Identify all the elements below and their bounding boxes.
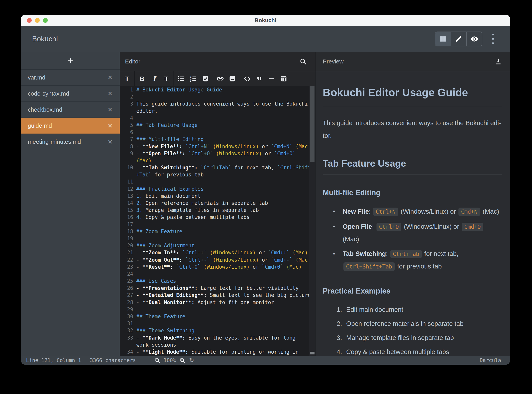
shortcut-list: New File: Ctrl+N (Windows/Linux) or Cmd+… <box>323 205 502 273</box>
file-list: var.md✕code-syntax.md✕checkbox.md✕guide.… <box>21 69 120 150</box>
window-controls <box>27 15 48 26</box>
line-number <box>120 157 136 164</box>
zoom-window-button[interactable] <box>43 18 48 23</box>
editor-toolbar: TBIT123 <box>120 71 315 86</box>
image-button[interactable] <box>226 73 238 85</box>
zoom-in-button[interactable] <box>179 357 186 364</box>
line-number: 10 <box>120 164 136 171</box>
code-button[interactable] <box>241 73 253 85</box>
code-icon <box>243 75 251 83</box>
preview-view-button[interactable] <box>466 32 482 46</box>
close-window-button[interactable] <box>27 18 32 23</box>
zoom-out-button[interactable] <box>154 357 161 364</box>
editor-textarea[interactable]: 1# Bokuchi Editor Usage Guide23This guid… <box>120 86 315 356</box>
code-line: 2 <box>120 93 309 100</box>
line-number: 1 <box>120 86 136 93</box>
table-button[interactable] <box>278 73 290 85</box>
quote-button[interactable] <box>253 73 265 85</box>
sidebar: + var.md✕code-syntax.md✕checkbox.md✕guid… <box>21 52 120 356</box>
file-tab[interactable]: guide.md✕ <box>21 118 120 134</box>
example-item: Manage template files in separate tab <box>344 331 502 345</box>
example-item: Edit main document <box>344 303 502 317</box>
preview-pane-header: Preview <box>315 52 510 71</box>
line-text: editor. <box>136 108 158 114</box>
file-name: checkbox.md <box>28 106 107 113</box>
link-button[interactable] <box>214 73 226 85</box>
line-text: - **Presentations**: Large text for bett… <box>136 285 299 292</box>
horizontal-rule-icon <box>268 75 275 83</box>
image-icon <box>229 75 236 83</box>
checkbox-button[interactable] <box>199 73 211 85</box>
code-line: 12### Practical Examples <box>120 186 309 192</box>
zoom-out-icon <box>154 357 161 364</box>
bold-button[interactable]: B <box>136 73 148 85</box>
line-number: 34 <box>120 348 136 355</box>
zoom-level: 100% <box>164 357 176 363</box>
close-file-button[interactable]: ✕ <box>107 74 113 81</box>
preview-pane: Preview Bokuchi Editor Usage Guide This … <box>315 52 510 356</box>
code-line: 30## Theme Feature <box>120 313 309 320</box>
file-name: guide.md <box>28 122 107 129</box>
preview-pane-title: Preview <box>323 58 344 65</box>
line-number: 8 <box>120 143 136 150</box>
editor-view-button[interactable] <box>451 32 466 46</box>
code-line: 28- **Dual Monitor**: Adjust to fit one … <box>120 299 309 306</box>
more-menu-button[interactable] <box>487 32 498 46</box>
line-text: - **Detailed Editing**: Small text to se… <box>136 292 311 299</box>
close-file-button[interactable]: ✕ <box>107 90 113 97</box>
zoom-reset-button[interactable]: ↻ <box>189 357 194 363</box>
keyboard-shortcut-chip: Ctrl+N <box>373 207 398 216</box>
minimize-window-button[interactable] <box>35 18 40 23</box>
code-line: 131. Edit main document <box>120 192 309 200</box>
code-line: 10- **Tab Switching**: `Ctrl+Tab` for ne… <box>120 164 309 171</box>
file-tab[interactable]: checkbox.md✕ <box>21 101 120 118</box>
code-line: 5## Tab Feature Usage <box>120 122 309 129</box>
toolbar-group <box>213 71 240 86</box>
italic-button[interactable]: I <box>148 73 160 85</box>
download-icon <box>495 58 502 65</box>
file-tab[interactable]: var.md✕ <box>21 69 120 85</box>
bold-icon: B <box>140 75 145 82</box>
code-line: 33- **Dark Mode**: Easy on the eyes, sui… <box>120 334 309 341</box>
code-line: 29 <box>120 306 309 313</box>
svg-text:3: 3 <box>190 79 191 82</box>
keyboard-shortcut-chip: Ctrl+Tab <box>390 250 422 258</box>
split-view-button[interactable] <box>435 32 451 46</box>
cursor-position: Line 121, Column 1 <box>26 357 81 363</box>
file-name: var.md <box>28 74 107 81</box>
strikethrough-button[interactable]: T <box>160 73 172 85</box>
line-number: 3 <box>120 100 136 107</box>
editor-scrollbar-thumb[interactable] <box>310 86 314 162</box>
shortcut-item: Tab Switching: Ctrl+Tab for next tab, Ct… <box>333 248 502 273</box>
heading-icon: T <box>125 75 129 82</box>
editor-scrollbar-corner <box>310 352 314 354</box>
heading-button[interactable]: T <box>121 73 133 85</box>
code-line: 26- **Presentations**: Large text for be… <box>120 285 309 292</box>
close-file-button[interactable]: ✕ <box>107 106 113 113</box>
horizontal-rule-button[interactable] <box>265 73 278 85</box>
example-item: Open reference materials in separate tab <box>344 317 502 331</box>
link-icon <box>216 75 224 83</box>
code-line: 27- **Detailed Editing**: Small text to … <box>120 292 309 299</box>
editor-scrollbar[interactable] <box>309 86 315 356</box>
file-tab[interactable]: code-syntax.md✕ <box>21 85 120 101</box>
line-number: 20 <box>120 242 136 249</box>
code-line: 34- **Light Mode**: Suitable for printin… <box>120 348 309 355</box>
search-button[interactable] <box>299 58 307 65</box>
line-number: 25 <box>120 277 136 285</box>
preview-paragraph: This guide introduces convenient ways to… <box>323 117 502 142</box>
line-text: - **Light Mode**: Suitable for printing … <box>136 348 299 355</box>
line-text: 4. Copy & paste between multiple tabs <box>136 214 250 221</box>
close-file-button[interactable]: ✕ <box>107 122 113 130</box>
bullet-list-button[interactable] <box>175 73 187 85</box>
file-tab[interactable]: meeting-minutes.md✕ <box>21 134 120 150</box>
line-number: 23 <box>120 263 136 270</box>
numbered-list-button[interactable]: 123 <box>187 73 199 85</box>
code-line: 9- **Open File**: `Ctrl+O` (Windows/Linu… <box>120 150 309 157</box>
line-number: 22 <box>120 256 136 263</box>
eye-icon <box>470 35 479 43</box>
examples-list: Edit main documentOpen reference materia… <box>323 303 502 356</box>
add-file-button[interactable]: + <box>68 56 73 65</box>
close-file-button[interactable]: ✕ <box>107 138 113 145</box>
export-button[interactable] <box>495 58 502 65</box>
